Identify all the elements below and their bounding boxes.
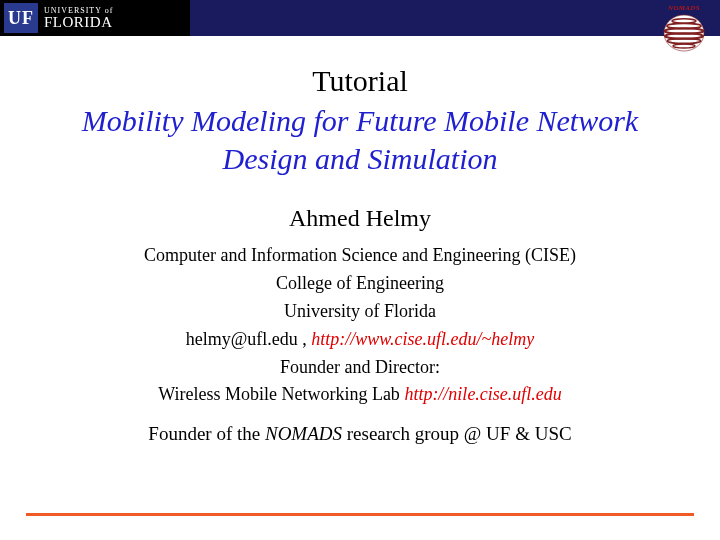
lab-name: Wireless Mobile Networking Lab (158, 384, 404, 404)
title-line-2: Design and Simulation (223, 142, 498, 175)
college: College of Engineering (0, 270, 720, 298)
email: helmy@ufl.edu , (186, 329, 312, 349)
founder-label: Founder and Director: (0, 354, 720, 382)
affiliation-block: Computer and Information Science and Eng… (0, 242, 720, 449)
university: University of Florida (0, 298, 720, 326)
lab-line: Wireless Mobile Networking Lab http://ni… (0, 381, 720, 409)
nomads-logo: NOMADS (658, 4, 710, 58)
uf-initials: UF (4, 3, 38, 33)
contact-line: helmy@ufl.edu , http://www.cise.ufl.edu/… (0, 326, 720, 354)
uf-big-text: FLORIDA (44, 15, 113, 30)
department: Computer and Information Science and Eng… (0, 242, 720, 270)
group-suffix: research group @ UF & USC (342, 423, 572, 444)
globe-icon (662, 13, 706, 53)
group-name: NOMADS (265, 423, 342, 444)
title-line-1: Mobility Modeling for Future Mobile Netw… (82, 104, 638, 137)
author-name: Ahmed Helmy (0, 205, 720, 232)
uf-logo: UF UNIVERSITY of FLORIDA (0, 0, 190, 36)
nomads-label: NOMADS (658, 4, 710, 12)
divider (26, 513, 694, 516)
top-banner: UF UNIVERSITY of FLORIDA (0, 0, 720, 36)
tutorial-label: Tutorial (0, 64, 720, 98)
lab-link[interactable]: http://nile.cise.ufl.edu (404, 384, 561, 404)
group-prefix: Founder of the (148, 423, 265, 444)
uf-wordmark: UNIVERSITY of FLORIDA (44, 7, 113, 30)
slide-content: Tutorial Mobility Modeling for Future Mo… (0, 36, 720, 449)
homepage-link[interactable]: http://www.cise.ufl.edu/~helmy (311, 329, 534, 349)
research-group-line: Founder of the NOMADS research group @ U… (0, 419, 720, 448)
slide-title: Mobility Modeling for Future Mobile Netw… (0, 102, 720, 177)
